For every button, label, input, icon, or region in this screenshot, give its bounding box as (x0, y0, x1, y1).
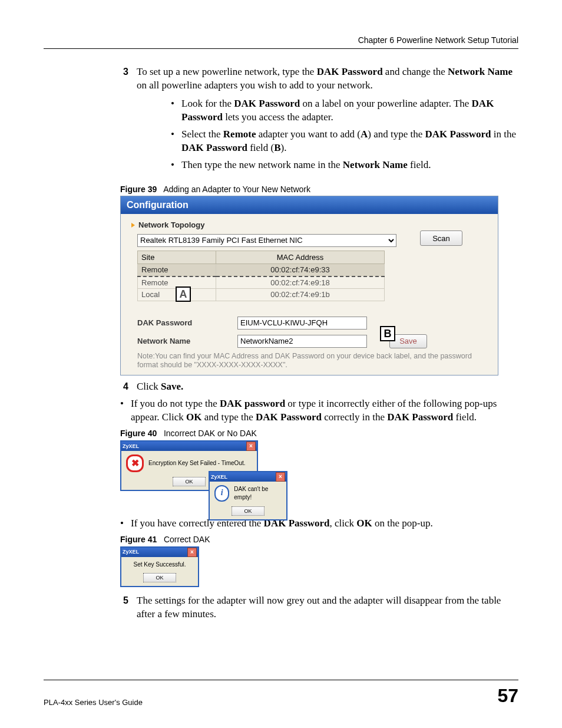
ok-button[interactable]: OK (143, 573, 176, 582)
triangle-icon (131, 223, 135, 228)
text: in the (491, 129, 516, 140)
text: Select the (181, 129, 223, 140)
info-icon: i (214, 485, 229, 502)
text-bold: DAK password (220, 398, 285, 409)
text-bold: OK (186, 411, 201, 423)
figure-label: Figure 39 (120, 185, 157, 194)
text-bold: Remote (223, 129, 256, 140)
step-5-body: The settings for the adapter will now gr… (137, 594, 518, 621)
marker-b: B (380, 326, 395, 341)
close-icon[interactable]: × (246, 442, 256, 451)
text-bold: OK (356, 518, 372, 529)
dak-password-input[interactable] (237, 317, 367, 330)
step-5: 5 The settings for the adapter will now … (120, 594, 518, 621)
bullet-icon: • (120, 397, 125, 424)
figure-title: Correct DAK (164, 535, 210, 544)
config-titlebar: Configuration (121, 196, 498, 214)
text: ) and type the (368, 129, 425, 140)
dak-password-label: DAK Password (137, 318, 237, 328)
text-bold: B (274, 142, 280, 153)
text-bold: Save. (161, 381, 183, 392)
bullet-icon: • (171, 128, 176, 155)
list-item: • If you do not type the DAK password or… (120, 397, 518, 424)
step-3-number: 3 (120, 65, 128, 180)
ok-button[interactable]: OK (173, 477, 206, 486)
list-item: • Then type the new network name in the … (171, 159, 518, 172)
text: on all powerline adapters you wish to ad… (137, 80, 373, 91)
text-bold: DAK Password (181, 142, 247, 153)
step-4-number: 4 (120, 380, 128, 394)
table-row[interactable]: Local A 00:02:cf:74:e9:1b (138, 289, 385, 301)
close-icon[interactable]: × (276, 472, 285, 482)
dialog-message: DAK can't be empty! (234, 485, 282, 501)
dialog-success: ZyXEL × Set Key Successful. OK (120, 546, 199, 588)
scan-button[interactable]: Scan (420, 230, 462, 246)
dialog-message: Encryption Key Set Failed - TimeOut. (148, 459, 246, 467)
dialog-empty-dak: ZyXEL × i DAK can't be empty! OK (209, 471, 287, 521)
text-bold: Network Name (343, 159, 408, 170)
close-icon[interactable]: × (187, 548, 197, 557)
dialog-title: ZyXEL (123, 548, 139, 555)
dialog-title: ZyXEL (211, 473, 227, 480)
text: adapter you want to add ( (256, 129, 361, 140)
figure-label: Figure 40 (120, 429, 157, 438)
text: field ( (247, 142, 274, 153)
text-bold: A (361, 129, 368, 140)
dialog-title: ZyXEL (123, 443, 139, 450)
footer-guide: PLA-4xx Series User's Guide (44, 698, 143, 707)
list-item: • If you have correctly entered the DAK … (120, 517, 518, 531)
dak-note: Note:You can find your MAC Address and D… (137, 352, 487, 370)
text: on a label on your powerline adapter. Th… (300, 98, 471, 109)
text: correctly in the (322, 411, 387, 423)
col-site: Site (138, 251, 216, 264)
table-row[interactable]: Remote 00:02:cf:74:e9:18 (138, 276, 385, 289)
figure-40: ZyXEL × ✖ Encryption Key Set Failed - Ti… (120, 440, 279, 511)
list-item: • Look for the DAK Password on a label o… (171, 97, 518, 124)
text-bold: DAK Password (256, 411, 322, 423)
site-cell: Remote (138, 264, 216, 276)
text-bold: DAK Password (425, 129, 491, 140)
figure-title: Incorrect DAK or No DAK (164, 429, 257, 438)
error-icon: ✖ (126, 454, 144, 472)
step-3-body: To set up a new powerline network, type … (137, 65, 518, 180)
mac-cell: 00:02:cf:74:e9:1b (216, 289, 385, 301)
list-item: • Select the Remote adapter you want to … (171, 128, 518, 155)
step-5-number: 5 (120, 594, 128, 621)
text: To set up a new powerline network, type … (137, 66, 317, 77)
text-bold: DAK Password (234, 98, 300, 109)
marker-a: A (176, 286, 191, 302)
mac-cell: 00:02:cf:74:e9:33 (216, 264, 385, 276)
step-4: 4 Click Save. (120, 380, 518, 394)
text: and change the (383, 66, 448, 77)
text: on the pop-up. (372, 518, 433, 529)
text-bold: Network Name (448, 66, 513, 77)
mac-cell: 00:02:cf:74:e9:18 (216, 276, 385, 289)
text: lets you access the adapter. (223, 111, 333, 123)
ok-button[interactable]: OK (232, 506, 265, 516)
nic-select[interactable]: Realtek RTL8139 Family PCI Fast Ethernet… (137, 234, 396, 247)
text: ). (281, 142, 287, 153)
dialog-message: Set Key Successful. (134, 561, 186, 569)
page-footer: PLA-4xx Series User's Guide 57 (44, 680, 518, 707)
text-bold: DAK Password (317, 66, 383, 77)
text: Then type the new network name in the (181, 159, 343, 170)
adapter-table: Site MAC Address Remote 00:02:cf:74:e9:3… (137, 251, 385, 301)
bullet-icon: • (171, 159, 176, 172)
figure-label: Figure 41 (120, 535, 157, 544)
site-text: Local (141, 290, 160, 299)
figure-39-caption: Figure 39 Adding an Adapter to Your New … (120, 184, 518, 195)
table-row[interactable]: Remote 00:02:cf:74:e9:33 (138, 264, 385, 276)
figure-39: Configuration Network Topology Realtek R… (120, 196, 498, 375)
text: and type the (201, 411, 256, 423)
text-bold: DAK Password (387, 411, 453, 423)
text: Look for the (181, 98, 234, 109)
network-name-input[interactable] (237, 335, 367, 348)
text: Click (137, 381, 161, 392)
network-topology-heading: Network Topology (138, 220, 204, 230)
figure-41: ZyXEL × Set Key Successful. OK (120, 546, 518, 588)
bullet-icon: • (171, 97, 176, 124)
network-name-label: Network Name (137, 336, 237, 347)
figure-41-caption: Figure 41 Correct DAK (120, 534, 518, 545)
site-cell: Local A (138, 289, 216, 301)
header-rule (44, 48, 518, 49)
